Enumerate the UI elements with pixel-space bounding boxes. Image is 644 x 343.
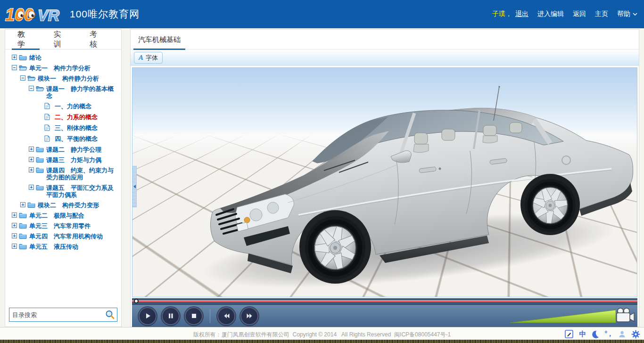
tree-toggle[interactable]: − <box>12 65 17 70</box>
sidebar-collapse-handle[interactable] <box>132 166 137 207</box>
tree-toggle[interactable]: + <box>29 185 34 190</box>
pause-button[interactable] <box>162 307 180 325</box>
help-menu[interactable]: 帮助 <box>617 10 637 18</box>
3d-viewer[interactable] <box>132 67 637 297</box>
top-header: 100 VR 100唯尔教育网 子璞， 退出 进入编辑 返回 主页 帮助 <box>0 0 644 28</box>
logout-link[interactable]: 退出 <box>515 10 528 18</box>
tree-toggle[interactable]: − <box>29 86 34 91</box>
tree-item[interactable]: +单元二 极限与配合 <box>10 212 119 219</box>
font-a-icon: A <box>139 54 143 62</box>
tree-toggle[interactable]: + <box>12 244 17 249</box>
tree-toggle[interactable]: + <box>29 157 34 162</box>
tree-item-label[interactable]: 单元四 汽车常用机构传动 <box>29 233 103 240</box>
tree-item-label[interactable]: 四、平衡的概念 <box>55 135 98 142</box>
ime-mode-toggle[interactable]: 中 <box>579 330 586 339</box>
document-icon <box>44 103 53 110</box>
tree-item-label[interactable]: 课题五 平面汇交力系及平面力偶系 <box>46 184 119 198</box>
camera-zoom-control[interactable] <box>508 306 635 326</box>
ime-punctuation-toggle[interactable]: °， <box>604 330 613 338</box>
tree-toggle[interactable]: + <box>12 212 17 218</box>
tree-item-label[interactable]: 单元三 汽车常用零件 <box>29 222 91 229</box>
help-label: 帮助 <box>617 10 630 18</box>
zoom-wedge[interactable] <box>510 310 616 323</box>
tree-item-label[interactable]: 绪论 <box>29 54 41 61</box>
tree-item[interactable]: +二、力系的概念 <box>10 114 119 121</box>
tree-item-label[interactable]: 三、刚体的概念 <box>55 124 98 131</box>
tree-item-label[interactable]: 课题一 静力学的基本概念 <box>46 85 119 99</box>
tree-toggle[interactable]: + <box>12 233 17 238</box>
video-camera-icon[interactable] <box>617 308 634 322</box>
ime-width-moon-icon[interactable] <box>591 330 599 338</box>
search-icon[interactable] <box>105 310 115 320</box>
tree-toggle[interactable]: + <box>20 202 25 207</box>
tab-assessment[interactable]: 考 核 <box>85 30 111 49</box>
playback-seekbar[interactable] <box>132 298 637 304</box>
tree-toggle[interactable]: + <box>12 223 17 228</box>
copyright-text: 版权所有：厦门凤凰创壹软件有限公司 Copyright © 2014 All R… <box>0 331 644 339</box>
tree-item-label[interactable]: 单元五 液压传动 <box>29 243 78 250</box>
home-link[interactable]: 主页 <box>595 10 608 18</box>
rewind-icon <box>223 312 231 320</box>
tab-course-title[interactable]: 汽车机械基础 <box>136 30 182 49</box>
tree-item[interactable]: +三、刚体的概念 <box>10 124 119 132</box>
tree-item[interactable]: +单元三 汽车常用零件 <box>10 222 119 229</box>
tree-item[interactable]: +四、平衡的概念 <box>10 135 119 143</box>
tree-item-label[interactable]: 模块二 构件受力变形 <box>38 202 99 209</box>
tree-item-label[interactable]: 一、力的概念 <box>55 103 91 110</box>
tree-item[interactable]: +课题三 力矩与力偶 <box>10 156 119 163</box>
content-tab-row: 汽车机械基础 <box>131 30 639 49</box>
tree-item[interactable]: +单元五 液压传动 <box>10 243 119 250</box>
document-icon <box>44 135 53 143</box>
ime-gear-icon[interactable] <box>631 330 640 339</box>
content-panel: 汽车机械基础 A 字体 <box>130 29 639 327</box>
tree-item[interactable]: +课题二 静力学公理 <box>10 146 119 153</box>
ime-toolbar: 中 °， <box>565 329 640 339</box>
ime-user-icon[interactable] <box>618 330 626 338</box>
tree-toggle[interactable]: − <box>20 75 25 81</box>
fast-forward-button[interactable] <box>240 307 258 325</box>
tree-item-label[interactable]: 单元二 极限与配合 <box>29 212 84 219</box>
tree-item[interactable]: −单元一 构件力学分析 <box>10 65 119 72</box>
site-title: 100唯尔教育网 <box>70 0 140 28</box>
tree-toggle[interactable]: + <box>29 167 34 172</box>
tree-item[interactable]: +课题五 平面汇交力系及平面力偶系 <box>10 184 119 198</box>
tree-item[interactable]: −模块一 构件静力分析 <box>10 75 119 82</box>
catalog-search <box>9 308 117 322</box>
tree-toggle[interactable]: + <box>29 147 34 152</box>
back-link[interactable]: 返回 <box>573 10 586 18</box>
play-button[interactable] <box>139 307 157 325</box>
tree-item-label[interactable]: 单元一 构件力学分析 <box>29 65 91 72</box>
tree-item[interactable]: +课题四 约束、约束力与受力图的应用 <box>10 167 119 181</box>
tree-item-label[interactable]: 课题二 静力学公理 <box>46 146 101 153</box>
stop-button[interactable] <box>185 307 203 325</box>
tree-item[interactable]: +一、力的概念 <box>10 103 119 110</box>
tree-item[interactable]: +模块二 构件受力变形 <box>10 202 119 209</box>
folder-icon <box>36 146 44 153</box>
folder-icon <box>19 54 27 61</box>
tab-training[interactable]: 实 训 <box>49 30 75 49</box>
document-icon <box>44 114 53 121</box>
course-sidebar: 教 学 实 训 考 核 +绪论−单元一 构件力学分析−模块一 构件静力分析−课题… <box>5 29 122 327</box>
rewind-button[interactable] <box>217 307 235 325</box>
seek-handle[interactable] <box>134 299 139 303</box>
tree-item-label[interactable]: 课题四 约束、约束力与受力图的应用 <box>46 167 119 181</box>
fast-forward-icon <box>246 312 254 320</box>
3d-car-model[interactable] <box>132 68 637 297</box>
logo-vr-text: VR <box>38 7 59 24</box>
ime-pen-icon[interactable] <box>565 330 574 339</box>
folder-icon <box>36 167 44 174</box>
catalog-search-input[interactable] <box>9 309 105 321</box>
tree-toggle[interactable]: + <box>12 55 17 60</box>
tab-teaching[interactable]: 教 学 <box>13 30 39 49</box>
tree-item-label[interactable]: 课题三 力矩与力偶 <box>46 156 101 163</box>
tree-item-label[interactable]: 二、力系的概念 <box>55 114 98 121</box>
tree-item-label[interactable]: 模块一 构件静力分析 <box>38 75 99 82</box>
site-logo[interactable]: 100 VR <box>5 3 67 25</box>
tree-item[interactable]: −课题一 静力学的基本概念 <box>10 85 119 99</box>
folder-icon <box>27 202 36 209</box>
tree-item[interactable]: +单元四 汽车常用机构传动 <box>10 233 119 240</box>
enter-edit-link[interactable]: 进入编辑 <box>537 10 564 18</box>
font-button[interactable]: A 字体 <box>134 52 163 64</box>
tree-item[interactable]: +绪论 <box>10 54 119 61</box>
play-icon <box>144 312 152 320</box>
